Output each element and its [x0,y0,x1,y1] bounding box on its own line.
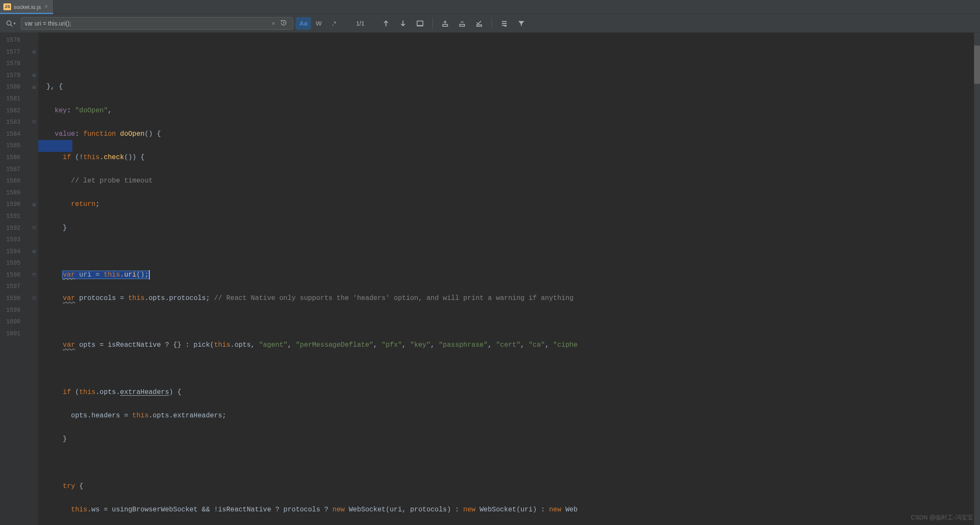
svg-rect-8 [443,24,448,26]
line-number: 1584 [0,128,30,140]
tab-bar: JS socket.io.js × [0,0,980,14]
next-match-button[interactable] [396,17,410,30]
fold-marker [30,175,38,187]
line-number: 1601 [0,328,30,340]
fold-marker [30,316,38,328]
line-number: 1590 [0,199,30,211]
fold-marker [30,58,38,70]
line-number: 1581 [0,93,30,105]
scrollbar-thumb[interactable] [974,46,980,84]
fold-marker [30,328,38,340]
line-number: 1600 [0,316,30,328]
fold-marker [30,128,38,140]
line-number: 1599 [0,305,30,317]
line-number: 1579 [0,70,30,82]
fold-strip: ⊟⊟⊟⊓⊟⊓⊟⊓⊓ [30,33,38,525]
select-occurrences-button[interactable] [472,17,486,30]
svg-rect-10 [460,24,465,26]
fold-marker[interactable]: ⊟ [30,246,38,258]
fold-marker [30,305,38,317]
line-number-gutter: 1576157715781579158015811582158315841585… [0,33,30,525]
line-number: 1576 [0,34,30,46]
line-number: 1593 [0,234,30,246]
prev-match-button[interactable] [379,17,393,30]
fold-marker [30,187,38,199]
tab-filename: socket.io.js [14,4,41,10]
regex-toggle[interactable]: .* [326,17,342,30]
watermark-label: CSDN @临时工-冯宝宝 [911,514,973,522]
separator [432,18,433,29]
fold-marker[interactable]: ⊟ [30,199,38,211]
clear-icon[interactable]: × [269,20,278,27]
js-file-icon: JS [3,3,11,10]
line-number: 1587 [0,164,30,176]
line-number: 1586 [0,152,30,164]
line-number: 1595 [0,257,30,269]
line-number: 1592 [0,223,30,234]
fold-marker [30,257,38,269]
code-area[interactable]: }, { key: "doOpen", value: function doOp… [38,33,980,525]
find-input[interactable] [25,20,269,27]
editor[interactable]: 1576157715781579158015811582158315841585… [0,33,980,525]
find-bar: ▾ × Aa W .* 1/1 [0,14,980,33]
svg-rect-11 [477,25,482,26]
line-number: 1577 [0,46,30,58]
svg-rect-4 [417,21,423,26]
line-number: 1588 [0,175,30,187]
line-number: 1598 [0,293,30,305]
fold-marker [30,105,38,117]
line-number: 1582 [0,105,30,117]
find-options: Aa W .* [296,17,342,30]
file-tab[interactable]: JS socket.io.js × [0,0,54,14]
fold-marker [30,152,38,164]
minimap-scrollbar[interactable] [974,33,980,525]
svg-point-0 [7,21,11,25]
close-tab-icon[interactable]: × [43,3,49,10]
fold-marker[interactable]: ⊟ [30,81,38,93]
svg-marker-16 [519,21,525,26]
line-number: 1591 [0,211,30,223]
find-input-container: × [21,17,293,30]
match-case-toggle[interactable]: Aa [296,17,311,30]
fold-marker [30,140,38,152]
text-cursor [149,270,150,280]
line-number: 1585 [0,140,30,152]
svg-line-1 [11,25,12,26]
history-icon[interactable] [278,20,289,27]
fold-marker [30,164,38,176]
whole-word-toggle[interactable]: W [311,17,326,30]
fold-marker[interactable]: ⊟ [30,70,38,82]
line-number: 1589 [0,187,30,199]
fold-marker [30,211,38,223]
select-all-button[interactable] [413,17,427,30]
fold-marker[interactable]: ⊓ [30,269,38,281]
line-number: 1583 [0,117,30,128]
filter-button[interactable] [514,17,529,30]
fold-marker[interactable]: ⊓ [30,293,38,305]
search-icon[interactable]: ▾ [3,20,18,27]
separator [491,18,492,29]
line-number: 1597 [0,281,30,293]
match-count-label: 1/1 [344,20,376,27]
fold-marker [30,234,38,246]
line-number: 1580 [0,81,30,93]
fold-marker[interactable]: ⊟ [30,46,38,58]
fold-marker [30,34,38,46]
chevron-down-icon: ▾ [14,21,16,26]
fold-marker[interactable]: ⊓ [30,223,38,234]
line-number: 1596 [0,269,30,281]
fold-marker [30,93,38,105]
line-number: 1594 [0,246,30,258]
fold-marker[interactable]: ⊓ [30,117,38,128]
selection-highlight [38,140,72,152]
line-number: 1578 [0,58,30,70]
add-selection-button[interactable] [438,17,452,30]
fold-marker [30,281,38,293]
settings-button[interactable] [497,17,511,30]
remove-selection-button[interactable] [455,17,469,30]
